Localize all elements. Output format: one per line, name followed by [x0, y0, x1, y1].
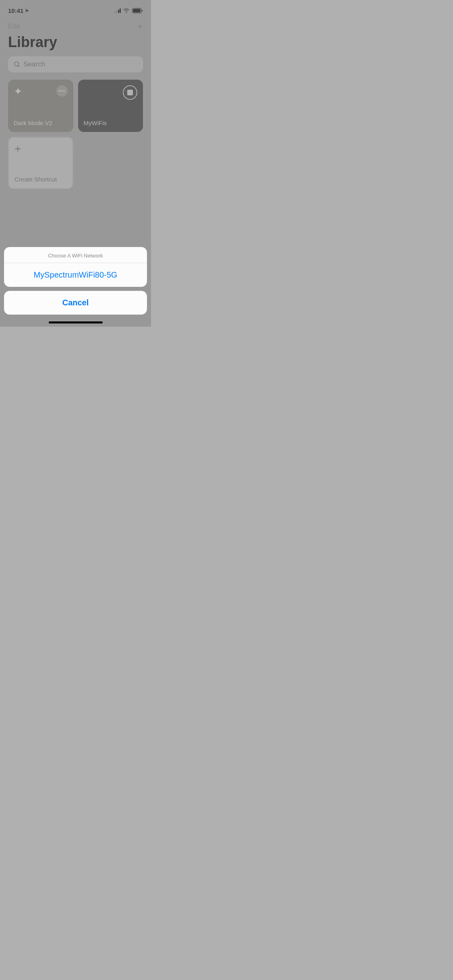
- wifi-network-option[interactable]: MySpectrumWiFi80-5G: [4, 263, 147, 287]
- bottom-sheet-wrapper: Choose A WiFi Network MySpectrumWiFi80-5…: [0, 247, 151, 327]
- sheet-title: Choose A WiFi Network: [4, 247, 147, 263]
- cancel-button[interactable]: Cancel: [4, 291, 147, 315]
- cancel-label: Cancel: [62, 298, 89, 307]
- wifi-network-label: MySpectrumWiFi80-5G: [34, 270, 118, 280]
- cancel-sheet: Cancel: [4, 291, 147, 315]
- home-indicator: [49, 321, 103, 323]
- action-sheet: Choose A WiFi Network MySpectrumWiFi80-5…: [4, 247, 147, 287]
